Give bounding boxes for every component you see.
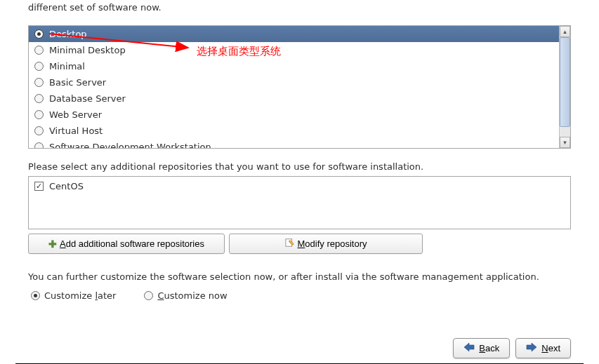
- install-type-label: Virtual Host: [49, 126, 103, 136]
- scroll-track[interactable]: [560, 37, 570, 137]
- plus-icon: ✚: [48, 238, 57, 250]
- radio-icon: [34, 94, 44, 103]
- intro-text: different set of software now.: [28, 0, 571, 25]
- customize-text: You can further customize the software s…: [28, 254, 571, 290]
- customize-later-radio[interactable]: Customize later: [31, 290, 116, 301]
- repository-label: CentOS: [49, 181, 84, 191]
- install-type-minimal-desktop[interactable]: Minimal Desktop: [29, 42, 559, 58]
- radio-icon: [34, 142, 44, 148]
- radio-icon: [34, 110, 44, 119]
- radio-icon: [34, 46, 44, 55]
- button-label: Add additional software repositories: [60, 238, 204, 249]
- arrow-right-icon: [526, 342, 537, 354]
- install-type-virtual-host[interactable]: Virtual Host: [29, 123, 559, 139]
- button-label: Modify repository: [298, 238, 367, 249]
- repository-centos[interactable]: ✓ CentOS: [32, 180, 567, 193]
- install-type-label: Desktop: [49, 29, 87, 39]
- modify-repository-button[interactable]: Modify repository: [229, 234, 423, 254]
- scroll-down-button[interactable]: ▾: [560, 137, 570, 148]
- customize-now-radio[interactable]: Customize now: [144, 290, 227, 301]
- install-type-label: Minimal Desktop: [49, 45, 126, 55]
- install-type-minimal[interactable]: Minimal: [29, 58, 559, 74]
- radio-icon: [144, 291, 153, 300]
- back-label: Back: [479, 343, 499, 353]
- next-label: Next: [541, 343, 560, 353]
- install-type-label: Web Server: [49, 109, 102, 120]
- radio-icon: [34, 78, 44, 87]
- edit-icon: [285, 238, 295, 250]
- install-type-listbox: Desktop Minimal Desktop Minimal Basic Se…: [28, 25, 571, 149]
- radio-icon: [31, 291, 40, 300]
- scroll-thumb[interactable]: [560, 37, 570, 127]
- install-type-software-dev-workstation[interactable]: Software Development Workstation: [29, 139, 559, 148]
- install-type-label: Minimal: [49, 61, 85, 72]
- install-type-label: Basic Server: [49, 77, 106, 88]
- install-type-desktop[interactable]: Desktop: [29, 26, 559, 42]
- install-type-database-server[interactable]: Database Server: [29, 90, 559, 107]
- add-repositories-button[interactable]: ✚ Add additional software repositories: [28, 234, 225, 254]
- scrollbar[interactable]: ▴ ▾: [559, 26, 570, 148]
- arrow-left-icon: [463, 342, 475, 354]
- repositories-listbox[interactable]: ✓ CentOS: [28, 176, 571, 229]
- scroll-up-button[interactable]: ▴: [560, 26, 570, 37]
- checkbox-icon: ✓: [34, 182, 44, 191]
- install-type-web-server[interactable]: Web Server: [29, 107, 559, 123]
- back-button[interactable]: Back: [453, 338, 510, 358]
- radio-icon: [34, 126, 44, 135]
- customize-later-label: Customize later: [44, 290, 116, 301]
- install-type-basic-server[interactable]: Basic Server: [29, 74, 559, 90]
- radio-icon: [34, 62, 44, 71]
- repositories-label: Please select any additional repositorie…: [28, 149, 571, 176]
- customize-now-label: Customize now: [157, 290, 227, 301]
- next-button[interactable]: Next: [515, 338, 571, 358]
- install-type-list[interactable]: Desktop Minimal Desktop Minimal Basic Se…: [29, 26, 559, 148]
- install-type-label: Database Server: [49, 93, 126, 104]
- radio-icon: [34, 29, 44, 39]
- install-type-label: Software Development Workstation: [49, 142, 211, 148]
